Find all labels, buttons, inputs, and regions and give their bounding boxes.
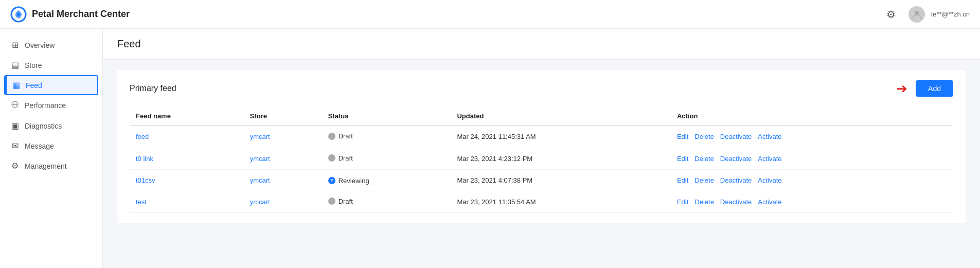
status-text: Draft xyxy=(338,198,353,205)
sidebar-item-label-management: Management xyxy=(25,162,67,170)
action-activate-button[interactable]: Activate xyxy=(758,198,781,206)
col-header-action: Action xyxy=(671,107,953,126)
action-edit-button[interactable]: Edit xyxy=(677,155,688,163)
table-row: t0 linkymcartDraftMar 23, 2021 4:23:12 P… xyxy=(130,148,953,170)
sidebar-item-label-overview: Overview xyxy=(25,41,55,49)
status-dot-icon xyxy=(328,198,335,205)
add-arrow-icon: ➔ xyxy=(896,81,907,97)
store-cell: ymcart xyxy=(244,126,322,148)
action-edit-button[interactable]: Edit xyxy=(677,133,688,140)
table-row: testymcartDraftMar 23, 2021 11:35:54 AME… xyxy=(130,191,953,213)
app-title: Petal Merchant Center xyxy=(32,9,130,20)
updated-cell: Mar 23, 2021 4:23:12 PM xyxy=(451,148,670,170)
header-divider xyxy=(902,8,902,21)
action-delete-button[interactable]: Delete xyxy=(694,155,714,163)
management-icon: ⚙ xyxy=(10,161,20,171)
status-cell: ?Reviewing xyxy=(322,170,451,191)
sidebar-item-feed[interactable]: ▦ Feed xyxy=(4,75,98,95)
avatar xyxy=(908,6,925,23)
col-header-status: Status xyxy=(322,107,451,126)
updated-cell: Mar 23, 2021 11:35:54 AM xyxy=(451,191,670,213)
page-title: Feed xyxy=(117,38,966,50)
sidebar-item-diagnostics[interactable]: ▣ Diagnostics xyxy=(0,116,102,136)
sidebar-item-message[interactable]: ✉ Message xyxy=(0,136,102,156)
store-link[interactable]: ymcart xyxy=(250,176,270,184)
action-delete-button[interactable]: Delete xyxy=(694,176,714,184)
feed-name-link[interactable]: t01csv xyxy=(136,176,155,184)
arrow-add-group: ➔ Add xyxy=(896,80,953,97)
settings-icon[interactable]: ⚙ xyxy=(886,8,896,21)
feed-name-link[interactable]: feed xyxy=(136,133,149,140)
action-deactivate-button[interactable]: Deactivate xyxy=(720,133,752,140)
primary-feed-section: Primary feed ➔ Add Feed name Store Statu… xyxy=(117,70,966,223)
sidebar-item-label-performance: Performance xyxy=(25,101,66,110)
add-button[interactable]: Add xyxy=(916,80,953,97)
sidebar-item-store[interactable]: ▤ Store xyxy=(0,55,102,75)
status-text: Draft xyxy=(338,154,353,162)
feed-name-cell: test xyxy=(130,191,244,213)
col-header-updated: Updated xyxy=(451,107,670,126)
user-email: te**@**zh.cn xyxy=(931,10,970,18)
svg-point-6 xyxy=(16,104,17,105)
sidebar: ⊞ Overview ▤ Store ▦ Feed Performance ▣ … xyxy=(0,29,103,268)
table-row: feedymcartDraftMar 24, 2021 11:45:31 AME… xyxy=(130,126,953,148)
store-link[interactable]: ymcart xyxy=(250,198,270,206)
header-right: ⚙ te**@**zh.cn xyxy=(886,6,970,23)
page-header: Feed xyxy=(103,29,980,60)
feed-name-link[interactable]: test xyxy=(136,198,147,206)
table-header-row: Feed name Store Status Updated Action xyxy=(130,107,953,126)
message-icon: ✉ xyxy=(10,141,20,151)
section-header: Primary feed ➔ Add xyxy=(130,80,953,97)
layout: ⊞ Overview ▤ Store ▦ Feed Performance ▣ … xyxy=(0,29,980,268)
action-activate-button[interactable]: Activate xyxy=(758,133,781,140)
status-dot-icon: ? xyxy=(328,177,335,184)
svg-point-5 xyxy=(14,104,16,105)
status-badge: Draft xyxy=(328,132,353,140)
sidebar-item-overview[interactable]: ⊞ Overview xyxy=(0,35,102,55)
action-delete-button[interactable]: Delete xyxy=(694,133,714,140)
action-deactivate-button[interactable]: Deactivate xyxy=(720,176,752,184)
status-badge: Draft xyxy=(328,154,353,162)
header-left: Petal Merchant Center xyxy=(10,6,130,23)
action-activate-button[interactable]: Activate xyxy=(758,155,781,163)
sidebar-item-management[interactable]: ⚙ Management xyxy=(0,156,102,176)
updated-cell: Mar 24, 2021 11:45:31 AM xyxy=(451,126,670,148)
col-header-feed-name: Feed name xyxy=(130,107,244,126)
store-cell: ymcart xyxy=(244,191,322,213)
status-dot-icon xyxy=(328,154,335,162)
app-header: Petal Merchant Center ⚙ te**@**zh.cn xyxy=(0,0,980,29)
performance-icon xyxy=(10,100,20,111)
svg-point-4 xyxy=(13,104,14,105)
feed-name-cell: t0 link xyxy=(130,148,244,170)
action-activate-button[interactable]: Activate xyxy=(758,176,781,184)
action-edit-button[interactable]: Edit xyxy=(677,198,688,206)
table-row: t01csvymcart?ReviewingMar 23, 2021 4:07:… xyxy=(130,170,953,191)
status-text: Draft xyxy=(338,132,353,140)
svg-point-1 xyxy=(17,13,20,16)
sidebar-item-label-message: Message xyxy=(25,142,54,150)
store-cell: ymcart xyxy=(244,148,322,170)
action-cell: Edit Delete Deactivate Activate xyxy=(671,126,953,148)
feed-name-cell: t01csv xyxy=(130,170,244,191)
action-deactivate-button[interactable]: Deactivate xyxy=(720,155,752,163)
status-cell: Draft xyxy=(322,191,451,213)
feed-name-link[interactable]: t0 link xyxy=(136,155,153,163)
diagnostics-icon: ▣ xyxy=(10,121,20,131)
action-delete-button[interactable]: Delete xyxy=(694,198,714,206)
feed-icon: ▦ xyxy=(11,80,21,90)
content-area: Primary feed ➔ Add Feed name Store Statu… xyxy=(103,60,980,234)
feed-name-cell: feed xyxy=(130,126,244,148)
store-link[interactable]: ymcart xyxy=(250,155,270,163)
section-title: Primary feed xyxy=(130,84,176,93)
status-text: Reviewing xyxy=(338,177,369,185)
svg-point-2 xyxy=(915,11,919,15)
status-badge: Draft xyxy=(328,198,353,205)
store-link[interactable]: ymcart xyxy=(250,133,270,140)
sidebar-item-performance[interactable]: Performance xyxy=(0,95,102,116)
overview-icon: ⊞ xyxy=(10,40,20,50)
action-cell: Edit Delete Deactivate Activate xyxy=(671,148,953,170)
updated-cell: Mar 23, 2021 4:07:38 PM xyxy=(451,170,670,191)
action-edit-button[interactable]: Edit xyxy=(677,176,688,184)
store-icon: ▤ xyxy=(10,60,20,70)
action-deactivate-button[interactable]: Deactivate xyxy=(720,198,752,206)
